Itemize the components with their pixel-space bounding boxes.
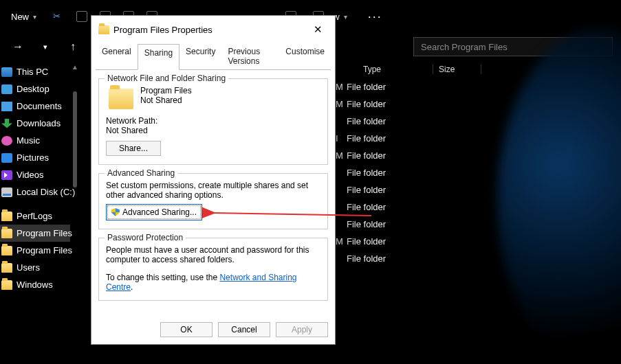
network-path-value: Not Shared [106,126,320,135]
chevron-down-icon: ▾ [344,13,347,21]
folder-icon [1,280,12,290]
documents-icon [1,102,12,111]
advanced-sharing-group: Advanced Sharing Set custom permissions,… [98,173,328,229]
cut-icon[interactable]: ✂ [53,11,64,22]
sidebar-item-label: Users [17,262,40,273]
sidebar-item-label: Desktop [17,84,50,94]
copy-icon[interactable] [76,11,87,22]
advanced-sharing-label: Advanced Sharing... [122,207,197,217]
group-title: Network File and Folder Sharing [105,73,228,83]
tab-previous-versions[interactable]: Previous Versions [221,43,279,69]
type-cell: File folder [341,116,417,126]
sidebar-item-label: Local Disk (C:) [17,187,75,197]
chevron-down-icon: ▾ [33,13,36,21]
close-icon: ✕ [314,23,323,36]
sidebar-item-downloads[interactable]: Downloads [0,115,70,132]
cancel-button[interactable]: Cancel [218,322,270,337]
sidebar: This PC Desktop Documents Downloads Musi… [0,60,70,364]
folder-icon [1,263,12,273]
scroll-up-icon: ▲ [72,63,78,71]
sidebar-item-pictures[interactable]: Pictures [0,149,70,166]
ok-button[interactable]: OK [160,322,213,337]
type-cell: File folder [341,168,417,178]
password-hint-prefix: To change this setting, use the [106,273,219,282]
folder-icon [1,212,12,221]
disk-icon [1,187,12,197]
share-button[interactable]: Share... [106,141,161,156]
tab-security[interactable]: Security [179,43,221,69]
password-protection-group: Password Protection People must have a u… [98,238,328,301]
sidebar-item-label: Videos [17,170,44,180]
dialog-buttons: OK Cancel Apply [160,322,328,337]
type-cell: File folder [341,185,417,195]
group-title: Advanced Sharing [105,168,177,178]
shield-icon [111,208,120,216]
sidebar-item-videos[interactable]: Videos [0,166,70,183]
advanced-desc: Set custom permissions, create multiple … [106,181,320,200]
password-hint-suffix: . [131,282,133,292]
search-placeholder: Search Program Files [421,42,508,52]
apply-button[interactable]: Apply [276,322,328,337]
back-button[interactable]: → [8,37,28,56]
type-cell: File folder [341,133,417,144]
new-menu-button[interactable]: New ▾ [7,9,41,25]
type-cell: File folder [341,150,417,161]
videos-icon [1,170,12,180]
new-label: New [11,12,29,22]
share-name: Program Files [140,86,192,95]
dialog-titlebar[interactable]: Program Files Properties ✕ [91,16,335,43]
sidebar-item-label: Program Files [17,245,72,255]
sidebar-item-label: Documents [17,101,62,111]
column-size[interactable]: Size [433,65,481,74]
sidebar-scrollbar[interactable]: ▲ [70,60,80,364]
sidebar-item-label: Windows [17,280,53,290]
sidebar-item-program-files-x86[interactable]: Program Files [0,242,70,259]
type-cell: File folder [341,82,417,92]
folder-icon [1,246,12,255]
share-status: Not Shared [140,95,192,105]
sidebar-item-desktop[interactable]: Desktop [0,80,70,98]
close-button[interactable]: ✕ [307,21,328,38]
type-cell: File folder [341,236,417,247]
network-sharing-group: Network File and Folder Sharing Program … [98,78,328,165]
type-cell: File folder [341,99,417,109]
group-title: Password Protection [105,233,186,242]
sidebar-item-label: PerfLogs [17,211,52,221]
sidebar-item-music[interactable]: Music [0,132,70,149]
sidebar-item-label: This PC [17,67,48,77]
type-cell: File folder [341,219,417,229]
column-type[interactable]: Type [358,65,433,74]
pictures-icon [1,153,12,163]
sidebar-item-documents[interactable]: Documents [0,98,70,115]
sidebar-item-local-disk[interactable]: Local Disk (C:) [0,183,70,201]
scroll-thumb[interactable] [73,91,77,187]
sidebar-item-windows[interactable]: Windows [0,276,70,293]
sidebar-item-label: Program Files [17,228,72,238]
dialog-title: Program Files Properties [113,25,213,35]
tab-sharing[interactable]: Sharing [138,44,179,70]
advanced-sharing-button[interactable]: Advanced Sharing... [106,204,202,220]
tab-general[interactable]: General [96,43,138,69]
folder-icon [98,25,109,34]
sidebar-item-label: Pictures [17,152,49,163]
sidebar-item-label: Music [17,135,40,146]
up-button[interactable]: ↑ [63,37,83,56]
network-path-label: Network Path: [106,116,320,126]
dialog-tabs: General Sharing Security Previous Versio… [91,43,335,69]
music-icon [1,136,12,146]
sidebar-item-perflogs[interactable]: PerfLogs [0,207,70,225]
desktop-icon [1,84,12,94]
type-cell: File folder [341,253,417,264]
sidebar-item-program-files[interactable]: Program Files [0,225,70,242]
pc-icon [1,67,12,77]
sidebar-item-this-pc[interactable]: This PC [0,63,70,80]
recent-locations-button[interactable]: ▾ [36,37,55,56]
password-desc: People must have a user account and pass… [106,245,320,264]
downloads-icon [1,119,12,128]
properties-dialog: Program Files Properties ✕ General Shari… [91,15,336,345]
type-cell: File folder [341,202,417,212]
more-menu-button[interactable]: ··· [364,10,386,24]
sidebar-item-label: Downloads [17,118,61,128]
tab-customise[interactable]: Customise [279,43,331,69]
sidebar-item-users[interactable]: Users [0,259,70,276]
